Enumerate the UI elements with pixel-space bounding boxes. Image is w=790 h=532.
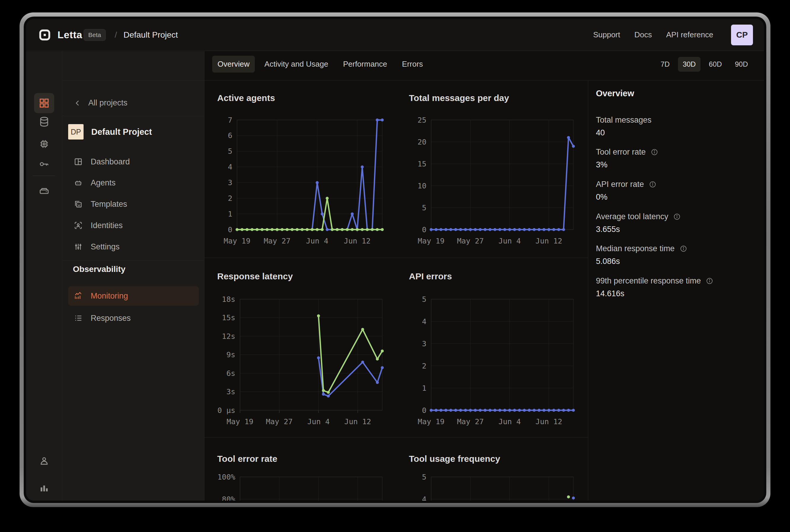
- range-90d[interactable]: 90D: [730, 57, 753, 72]
- observability-section-label: Observability: [73, 265, 125, 274]
- sidebar-item-label: Dashboard: [91, 157, 130, 167]
- stat-average-tool-latency: Average tool latency 3.655s: [596, 212, 758, 234]
- avatar[interactable]: CP: [731, 24, 753, 45]
- brand[interactable]: Letta: [38, 28, 82, 42]
- stat-value: 0%: [596, 192, 758, 202]
- overview-stats-panel: Overview Total messages 40 Tool error ra…: [588, 80, 764, 500]
- api-reference-link[interactable]: API reference: [666, 30, 713, 39]
- sidebar-item-monitoring[interactable]: Monitoring: [68, 286, 199, 306]
- beta-badge: Beta: [83, 29, 106, 41]
- info-icon[interactable]: [679, 245, 688, 253]
- drive-icon: [39, 186, 50, 197]
- sidebar-item-label: Identities: [91, 221, 123, 230]
- stat-label: API error rate: [596, 180, 644, 189]
- project-name: Default Project: [91, 127, 152, 137]
- time-range-selector: 7D 30D 60D 90D: [656, 57, 753, 72]
- stat-api-error-rate: API error rate 0%: [596, 180, 758, 202]
- breadcrumb-separator: /: [115, 30, 117, 40]
- info-icon[interactable]: [706, 277, 714, 285]
- robot-icon: [74, 178, 83, 188]
- stat-value: 5.086s: [596, 257, 758, 266]
- rail-item-compute[interactable]: [34, 134, 54, 154]
- tab-errors[interactable]: Errors: [397, 56, 429, 73]
- tab-bar: Overview Activity and Usage Performance …: [212, 56, 428, 73]
- chart-title: Total messages per day: [409, 93, 509, 103]
- chart-title: API errors: [409, 271, 452, 281]
- all-projects-label: All projects: [88, 98, 127, 108]
- all-projects-back[interactable]: All projects: [74, 98, 127, 108]
- sidebar-item-templates[interactable]: Templates: [68, 194, 199, 214]
- bar-chart-icon: [39, 482, 50, 494]
- project-switcher[interactable]: DP Default Project: [68, 124, 152, 139]
- support-link[interactable]: Support: [593, 30, 620, 39]
- top-bar: Letta Beta / Default Project Support Doc…: [26, 19, 764, 51]
- sliders-icon: [74, 242, 83, 251]
- sidebar-item-responses[interactable]: Responses: [68, 308, 199, 328]
- rail-item-database[interactable]: [34, 112, 54, 132]
- divider: [62, 116, 204, 116]
- stat-value: 3.655s: [596, 225, 758, 234]
- divider: [33, 176, 55, 176]
- sidebar-item-label: Responses: [91, 314, 131, 323]
- monitoring-chart-icon: [74, 291, 83, 301]
- tab-performance[interactable]: Performance: [338, 56, 393, 73]
- stat-tool-error-rate: Tool error rate 3%: [596, 148, 758, 169]
- sidebar-item-settings[interactable]: Settings: [68, 237, 199, 256]
- stat-label: Tool error rate: [596, 148, 646, 157]
- window-frame: Letta Beta / Default Project Support Doc…: [20, 13, 770, 507]
- key-icon: [39, 158, 50, 170]
- nav-panel: All projects DP Default Project Dashboar…: [62, 51, 205, 500]
- sidebar-item-identities[interactable]: Identities: [68, 216, 199, 235]
- project-badge: DP: [68, 124, 83, 139]
- info-icon[interactable]: [651, 148, 658, 156]
- chart-title: Response latency: [217, 271, 293, 281]
- brand-name: Letta: [57, 29, 82, 41]
- chip-icon: [39, 138, 50, 150]
- grid-icon: [39, 97, 50, 109]
- app-window: Letta Beta / Default Project Support Doc…: [26, 19, 764, 500]
- info-icon[interactable]: [648, 180, 657, 188]
- stat-total-messages: Total messages 40: [596, 115, 758, 137]
- stat-99th-percentile-response-time: 99th percentile response time 14.616s: [596, 277, 758, 298]
- range-7d[interactable]: 7D: [656, 57, 674, 72]
- stat-value: 3%: [596, 160, 758, 169]
- templates-icon: [74, 200, 83, 209]
- chart-title: Tool usage frequency: [409, 454, 500, 464]
- tab-activity-and-usage[interactable]: Activity and Usage: [259, 56, 333, 73]
- rail-item-usage[interactable]: [34, 478, 54, 498]
- stat-label: 99th percentile response time: [596, 277, 701, 286]
- tab-overview[interactable]: Overview: [212, 56, 255, 73]
- range-60d[interactable]: 60D: [704, 57, 727, 72]
- range-30d[interactable]: 30D: [678, 57, 700, 72]
- breadcrumb-project[interactable]: Default Project: [124, 30, 178, 40]
- sidebar-item-label: Settings: [91, 242, 120, 251]
- dashboard-icon: [74, 157, 83, 167]
- stat-label: Average tool latency: [596, 212, 668, 221]
- sidebar-item-label: Monitoring: [91, 291, 128, 301]
- sidebar-item-dashboard[interactable]: Dashboard: [68, 152, 199, 171]
- rail-item-projects[interactable]: [34, 93, 54, 113]
- identities-icon: [74, 221, 83, 230]
- stat-label: Median response time: [596, 244, 675, 253]
- icon-rail: ⚙: [26, 51, 62, 500]
- person-icon: [39, 456, 50, 467]
- database-icon: [39, 116, 50, 127]
- divider: [62, 260, 204, 261]
- stat-value: 14.616s: [596, 289, 758, 298]
- list-icon: [74, 314, 83, 323]
- rail-item-storage[interactable]: [34, 181, 54, 202]
- chart-title: Tool error rate: [217, 454, 277, 464]
- rail-item-account[interactable]: [34, 451, 54, 471]
- rail-item-api-keys[interactable]: [34, 154, 54, 174]
- chevron-left-icon: [74, 99, 82, 107]
- info-icon[interactable]: [673, 213, 681, 221]
- stat-median-response-time: Median response time 5.086s: [596, 244, 758, 266]
- stat-value: 40: [596, 128, 758, 137]
- docs-link[interactable]: Docs: [635, 30, 652, 39]
- sidebar-item-label: Templates: [91, 200, 127, 209]
- letta-logo-icon: [38, 28, 52, 42]
- sidebar-item-label: Agents: [91, 178, 116, 188]
- sidebar-item-agents[interactable]: Agents: [68, 173, 199, 192]
- chart-title: Active agents: [217, 93, 275, 103]
- stat-label: Total messages: [596, 115, 652, 125]
